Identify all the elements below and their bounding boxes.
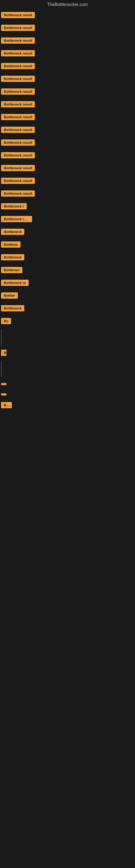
results-list: Bottleneck resultBottleneck resultBottle… — [0, 9, 135, 412]
result-row-9: Bottleneck result — [0, 111, 135, 124]
bottleneck-badge[interactable] — [1, 393, 6, 396]
result-row-6: Bottleneck result — [0, 73, 135, 86]
result-row-26: B — [0, 347, 135, 360]
bottleneck-badge[interactable]: Bottlene — [1, 241, 20, 248]
bottleneck-badge[interactable]: Bottleneck result — [1, 140, 35, 146]
bottleneck-badge[interactable]: Bottleneck result — [1, 63, 35, 69]
bottleneck-badge[interactable]: Bottleneck — [1, 229, 24, 235]
result-row-19: Bottlene — [0, 239, 135, 251]
result-row-17: Bottleneck resu — [0, 213, 135, 226]
result-row-24: Bottleneck — [0, 303, 135, 315]
result-row-27 — [0, 379, 135, 389]
bottleneck-badge[interactable]: Bottleneck r — [1, 203, 27, 209]
result-row-29: Bot — [0, 399, 135, 412]
result-row-15: Bottleneck result — [0, 188, 135, 200]
result-row-3: Bottleneck result — [0, 35, 135, 48]
bottleneck-badge[interactable]: Bottleneck result — [1, 12, 35, 18]
result-row-20: Bottleneck — [0, 251, 135, 264]
bottleneck-badge[interactable]: Bottleneck re — [1, 280, 29, 286]
bottleneck-badge[interactable]: Bottlenec — [1, 267, 22, 273]
divider-line-2 — [1, 361, 2, 377]
bottleneck-badge[interactable]: Bo — [1, 318, 11, 324]
result-row-4: Bottleneck result — [0, 48, 135, 60]
bottleneck-badge[interactable]: Bottleneck result — [1, 88, 35, 95]
bottleneck-badge[interactable]: Bottleneck result — [1, 178, 35, 184]
bottleneck-badge[interactable]: Bottleneck result — [1, 76, 35, 82]
bottleneck-badge[interactable]: Bottleneck result — [1, 50, 35, 56]
bottleneck-badge[interactable]: Bottleneck result — [1, 37, 35, 44]
bottleneck-badge[interactable]: Bottleneck — [1, 254, 24, 260]
bottleneck-badge[interactable]: B — [1, 350, 6, 356]
result-row-1: Bottleneck result — [0, 9, 135, 22]
result-row-5: Bottleneck result — [0, 60, 135, 73]
result-row-16: Bottleneck r — [0, 200, 135, 213]
bottleneck-badge[interactable]: Bottleneck — [1, 305, 24, 311]
result-row-2: Bottleneck result — [0, 22, 135, 35]
bottleneck-badge[interactable]: Bot — [1, 402, 12, 408]
result-row-7: Bottleneck result — [0, 86, 135, 98]
bottleneck-badge[interactable]: Bottleneck resu — [1, 216, 32, 222]
result-row-18: Bottleneck — [0, 226, 135, 239]
site-title: TheBottlenecker.com — [0, 0, 135, 9]
result-row-23: Bottler — [0, 290, 135, 303]
bottleneck-badge[interactable]: Bottleneck result — [1, 25, 35, 31]
result-row-25: Bo — [0, 315, 135, 328]
result-row-21: Bottlenec — [0, 264, 135, 277]
bottleneck-badge[interactable] — [1, 383, 6, 385]
result-row-11: Bottleneck result — [0, 137, 135, 150]
bottleneck-badge[interactable]: Bottler — [1, 292, 18, 299]
result-row-14: Bottleneck result — [0, 175, 135, 188]
result-row-28 — [0, 389, 135, 399]
bottleneck-badge[interactable]: Bottleneck result — [1, 165, 35, 171]
bottleneck-badge[interactable]: Bottleneck result — [1, 114, 35, 120]
bottleneck-badge[interactable]: Bottleneck result — [1, 127, 35, 133]
bottleneck-badge[interactable]: Bottleneck result — [1, 152, 35, 158]
divider-line — [1, 329, 2, 346]
result-row-13: Bottleneck result — [0, 162, 135, 175]
bottleneck-badge[interactable]: Bottleneck result — [1, 190, 35, 197]
result-row-10: Bottleneck result — [0, 124, 135, 137]
result-row-22: Bottleneck re — [0, 277, 135, 290]
result-row-12: Bottleneck result — [0, 150, 135, 162]
bottleneck-badge[interactable]: Bottleneck result — [1, 101, 35, 107]
result-row-8: Bottleneck result — [0, 98, 135, 111]
